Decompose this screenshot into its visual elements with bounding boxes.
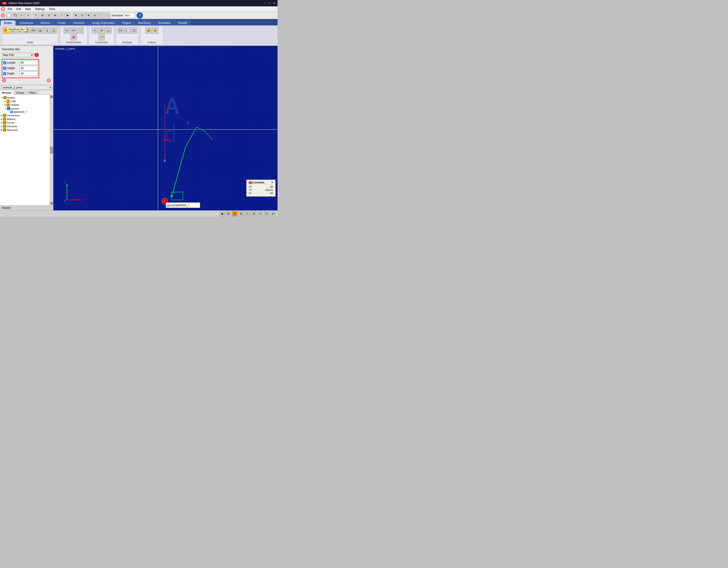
con-spline-icon[interactable]: [98, 34, 105, 40]
tab-plugins[interactable]: Plugins: [119, 20, 134, 25]
scroll-down-icon[interactable]: ▼: [50, 202, 53, 205]
status-btn-8[interactable]: ⓘ: [264, 211, 269, 217]
window-controls[interactable]: − □ ✕: [264, 1, 276, 5]
tree-item-motions[interactable]: ▶ M Motions: [1, 117, 49, 121]
status-btn-1[interactable]: ▣: [219, 211, 225, 217]
status-btn-5[interactable]: ≡: [245, 211, 250, 217]
length-checkbox[interactable]: [3, 61, 6, 64]
toolbar-move[interactable]: ⊞: [39, 13, 45, 18]
tab-machinery[interactable]: Machinery: [135, 20, 154, 25]
toolbar-view3[interactable]: ⊕: [85, 13, 91, 18]
toolbar-undo[interactable]: ↩: [19, 13, 25, 18]
tree-item-elements[interactable]: ▶ E Elements: [1, 125, 49, 128]
menu-edit[interactable]: Edit: [14, 7, 23, 11]
ground-label: ground: [11, 107, 19, 110]
toolbar-select[interactable]: ↖: [33, 13, 39, 18]
solid-link-icon[interactable]: [30, 27, 37, 34]
tab-forces[interactable]: Forces: [54, 20, 69, 25]
status-btn-2[interactable]: ⊞: [226, 211, 231, 217]
flex-icon3[interactable]: [77, 27, 84, 34]
increment-input[interactable]: [124, 13, 135, 18]
tab-bodies[interactable]: Bodies: [0, 20, 16, 25]
tree-item-crank[interactable]: ▶ C CRANK: [1, 103, 49, 107]
flexible-label: Flexible Bodies: [66, 41, 81, 44]
menu-bar: a File Edit View Settings Tools: [0, 6, 278, 12]
height-checkbox[interactable]: [3, 67, 6, 70]
toolbar-pan[interactable]: ✋: [98, 13, 104, 18]
feat-chamfer-icon[interactable]: [145, 27, 152, 34]
solid-frustum-icon[interactable]: [44, 27, 50, 34]
menu-file[interactable]: File: [6, 7, 14, 11]
help-button[interactable]: ?: [137, 12, 143, 19]
toolbar-view1[interactable]: ⊠: [73, 13, 79, 18]
tab-design-exploration[interactable]: Design Exploration: [88, 20, 118, 25]
con-cm-icon[interactable]: xyz: [105, 27, 112, 34]
status-btn-6[interactable]: ⊕: [251, 211, 257, 217]
status-btn-3[interactable]: ●: [232, 211, 238, 217]
toolbar-redo[interactable]: ↪: [25, 13, 31, 18]
toolbar-link[interactable]: 🔗: [58, 13, 64, 18]
bool-int-icon[interactable]: [131, 27, 137, 34]
toolbar-rotate[interactable]: ⊡: [46, 13, 52, 18]
toolbar-zoom[interactable]: 🔍: [105, 13, 110, 18]
con-point-icon[interactable]: [92, 27, 98, 34]
solid-ext-icon[interactable]: [51, 27, 57, 34]
tree-item-forces[interactable]: ▶ F Forces: [1, 121, 49, 125]
length-input[interactable]: [20, 60, 38, 65]
minimize-button[interactable]: −: [264, 1, 265, 5]
tree-item-ground[interactable]: ▼ g ground: [1, 107, 49, 110]
height-input[interactable]: [20, 66, 38, 70]
close-button[interactable]: ✕: [273, 1, 276, 5]
maximize-button[interactable]: □: [268, 1, 270, 5]
tree-scrollbar[interactable]: ▲ ▼: [50, 95, 53, 205]
scroll-thumb[interactable]: [50, 147, 53, 154]
toolbar-new[interactable]: 📄: [6, 13, 12, 18]
toolbar-scale[interactable]: ⊞: [52, 13, 58, 18]
tab-results[interactable]: Results: [175, 20, 190, 25]
flex-icon4[interactable]: [70, 34, 77, 40]
toolbar-view4[interactable]: ◎: [92, 13, 98, 18]
tab-browse[interactable]: Browse: [0, 91, 14, 95]
tree-item-connectors[interactable]: ▶ C Connectors: [1, 114, 49, 117]
tab-connectors[interactable]: Connectors: [16, 20, 37, 25]
svg-point-48: [164, 139, 166, 141]
flex-icon1[interactable]: [64, 27, 70, 34]
menu-settings[interactable]: Settings: [33, 7, 47, 11]
tree-selector-dropdown[interactable]: .example_3_press ▾: [1, 85, 52, 90]
tab-motions[interactable]: Motions: [37, 20, 54, 25]
bool-union-icon[interactable]: [117, 27, 124, 34]
coord-title-text: Coordinat...: [253, 181, 266, 184]
bool-sub-icon[interactable]: [124, 27, 130, 34]
depth-row: Depth: [3, 71, 38, 76]
coord-close-button[interactable]: ✕: [271, 181, 273, 184]
con-marker-icon[interactable]: [98, 27, 105, 34]
tab-groups[interactable]: Groups: [14, 91, 27, 95]
tab-filters[interactable]: Filters: [27, 91, 38, 95]
solid-plate-icon[interactable]: [37, 27, 43, 34]
status-btn-9[interactable]: ⊛: [270, 211, 276, 217]
depth-checkbox[interactable]: [3, 72, 6, 75]
menu-view[interactable]: View: [23, 7, 33, 11]
tree-item-link[interactable]: ▶ L LINK: [1, 100, 49, 103]
flexible-icons: [61, 27, 86, 40]
feat-fillet-icon[interactable]: [152, 27, 158, 34]
tree-item-marker7[interactable]: └ M MARKER_7: [1, 110, 49, 114]
forces-folder-icon: F: [3, 121, 6, 124]
depth-input[interactable]: [20, 71, 38, 76]
tab-elements[interactable]: Elements: [70, 20, 88, 25]
menu-tools[interactable]: Tools: [47, 7, 57, 11]
status-btn-7[interactable]: ⊙: [258, 211, 263, 217]
viewport[interactable]: example_3_press A d: [53, 46, 278, 211]
toolbar-sim[interactable]: ▶: [65, 13, 71, 18]
status-btn-4[interactable]: ⊠: [238, 211, 244, 217]
connectors-folder-icon: C: [3, 114, 6, 117]
flex-icon2[interactable]: [70, 27, 77, 34]
scroll-up-icon[interactable]: ▲: [50, 95, 53, 98]
tree-item-measures[interactable]: ▶ M Measures: [1, 128, 49, 132]
toolbar-open[interactable]: 💾: [12, 13, 18, 18]
toolbar-view2[interactable]: ⊡: [79, 13, 85, 18]
new-part-dropdown[interactable]: New Part ▾: [2, 53, 34, 57]
tree-item-bodies[interactable]: ▼ B Bodies: [1, 96, 49, 100]
connectors-label: Connectors: [7, 114, 20, 117]
tab-simulation[interactable]: Simulation: [155, 20, 174, 25]
